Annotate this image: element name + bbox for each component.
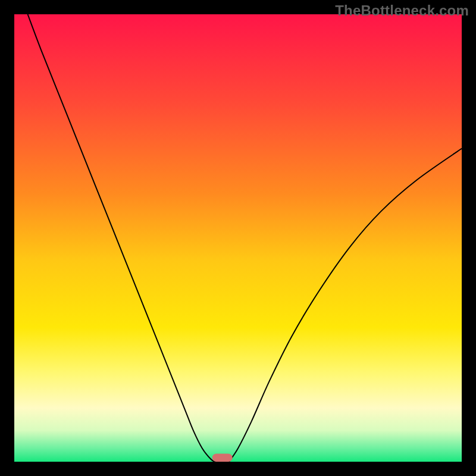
- watermark-label: TheBottleneck.com: [335, 2, 469, 19]
- chart-background: [14, 14, 462, 462]
- bottleneck-chart: [14, 14, 462, 462]
- chart-frame: TheBottleneck.com: [0, 0, 476, 476]
- interval-marker: [212, 453, 233, 462]
